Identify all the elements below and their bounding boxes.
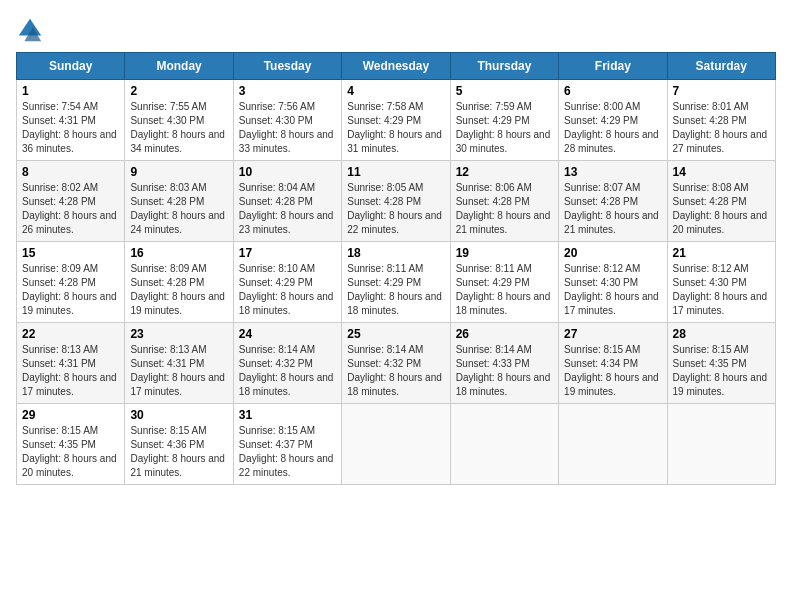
day-number: 28 (673, 327, 770, 341)
day-number: 14 (673, 165, 770, 179)
day-info: Sunrise: 7:56 AMSunset: 4:30 PMDaylight:… (239, 100, 336, 156)
day-number: 22 (22, 327, 119, 341)
day-number: 25 (347, 327, 444, 341)
day-info: Sunrise: 8:11 AMSunset: 4:29 PMDaylight:… (456, 262, 553, 318)
day-number: 27 (564, 327, 661, 341)
calendar-cell: 6Sunrise: 8:00 AMSunset: 4:29 PMDaylight… (559, 80, 667, 161)
weekday-header-wednesday: Wednesday (342, 53, 450, 80)
day-number: 20 (564, 246, 661, 260)
day-number: 21 (673, 246, 770, 260)
calendar-cell: 10Sunrise: 8:04 AMSunset: 4:28 PMDayligh… (233, 161, 341, 242)
calendar-cell: 5Sunrise: 7:59 AMSunset: 4:29 PMDaylight… (450, 80, 558, 161)
calendar-week-5: 29Sunrise: 8:15 AMSunset: 4:35 PMDayligh… (17, 404, 776, 485)
day-info: Sunrise: 8:09 AMSunset: 4:28 PMDaylight:… (130, 262, 227, 318)
day-info: Sunrise: 7:54 AMSunset: 4:31 PMDaylight:… (22, 100, 119, 156)
day-number: 7 (673, 84, 770, 98)
day-number: 3 (239, 84, 336, 98)
day-number: 10 (239, 165, 336, 179)
day-number: 9 (130, 165, 227, 179)
calendar-cell: 27Sunrise: 8:15 AMSunset: 4:34 PMDayligh… (559, 323, 667, 404)
day-info: Sunrise: 8:12 AMSunset: 4:30 PMDaylight:… (564, 262, 661, 318)
calendar-cell: 22Sunrise: 8:13 AMSunset: 4:31 PMDayligh… (17, 323, 125, 404)
day-info: Sunrise: 8:12 AMSunset: 4:30 PMDaylight:… (673, 262, 770, 318)
weekday-header-friday: Friday (559, 53, 667, 80)
day-info: Sunrise: 8:13 AMSunset: 4:31 PMDaylight:… (130, 343, 227, 399)
weekday-header-tuesday: Tuesday (233, 53, 341, 80)
day-info: Sunrise: 8:15 AMSunset: 4:35 PMDaylight:… (22, 424, 119, 480)
logo-icon (16, 16, 44, 44)
day-info: Sunrise: 7:58 AMSunset: 4:29 PMDaylight:… (347, 100, 444, 156)
day-info: Sunrise: 8:14 AMSunset: 4:32 PMDaylight:… (239, 343, 336, 399)
day-info: Sunrise: 8:05 AMSunset: 4:28 PMDaylight:… (347, 181, 444, 237)
day-info: Sunrise: 8:13 AMSunset: 4:31 PMDaylight:… (22, 343, 119, 399)
calendar-cell: 14Sunrise: 8:08 AMSunset: 4:28 PMDayligh… (667, 161, 775, 242)
calendar-cell: 3Sunrise: 7:56 AMSunset: 4:30 PMDaylight… (233, 80, 341, 161)
calendar-cell (559, 404, 667, 485)
day-info: Sunrise: 8:11 AMSunset: 4:29 PMDaylight:… (347, 262, 444, 318)
calendar-cell: 13Sunrise: 8:07 AMSunset: 4:28 PMDayligh… (559, 161, 667, 242)
day-info: Sunrise: 8:10 AMSunset: 4:29 PMDaylight:… (239, 262, 336, 318)
day-info: Sunrise: 8:15 AMSunset: 4:35 PMDaylight:… (673, 343, 770, 399)
calendar-cell: 9Sunrise: 8:03 AMSunset: 4:28 PMDaylight… (125, 161, 233, 242)
day-info: Sunrise: 7:59 AMSunset: 4:29 PMDaylight:… (456, 100, 553, 156)
weekday-header-monday: Monday (125, 53, 233, 80)
calendar-cell: 19Sunrise: 8:11 AMSunset: 4:29 PMDayligh… (450, 242, 558, 323)
calendar-cell: 1Sunrise: 7:54 AMSunset: 4:31 PMDaylight… (17, 80, 125, 161)
day-number: 24 (239, 327, 336, 341)
day-number: 2 (130, 84, 227, 98)
calendar-cell: 31Sunrise: 8:15 AMSunset: 4:37 PMDayligh… (233, 404, 341, 485)
day-info: Sunrise: 8:15 AMSunset: 4:36 PMDaylight:… (130, 424, 227, 480)
calendar-cell: 21Sunrise: 8:12 AMSunset: 4:30 PMDayligh… (667, 242, 775, 323)
day-number: 1 (22, 84, 119, 98)
calendar-week-3: 15Sunrise: 8:09 AMSunset: 4:28 PMDayligh… (17, 242, 776, 323)
calendar-cell: 24Sunrise: 8:14 AMSunset: 4:32 PMDayligh… (233, 323, 341, 404)
day-number: 13 (564, 165, 661, 179)
day-number: 31 (239, 408, 336, 422)
calendar-cell: 12Sunrise: 8:06 AMSunset: 4:28 PMDayligh… (450, 161, 558, 242)
day-number: 12 (456, 165, 553, 179)
day-info: Sunrise: 8:07 AMSunset: 4:28 PMDaylight:… (564, 181, 661, 237)
day-number: 16 (130, 246, 227, 260)
logo (16, 16, 48, 44)
day-info: Sunrise: 8:00 AMSunset: 4:29 PMDaylight:… (564, 100, 661, 156)
day-info: Sunrise: 8:15 AMSunset: 4:34 PMDaylight:… (564, 343, 661, 399)
day-number: 23 (130, 327, 227, 341)
calendar-cell (667, 404, 775, 485)
calendar-cell: 29Sunrise: 8:15 AMSunset: 4:35 PMDayligh… (17, 404, 125, 485)
day-number: 17 (239, 246, 336, 260)
calendar-cell: 26Sunrise: 8:14 AMSunset: 4:33 PMDayligh… (450, 323, 558, 404)
day-info: Sunrise: 8:09 AMSunset: 4:28 PMDaylight:… (22, 262, 119, 318)
page-header (16, 16, 776, 44)
day-info: Sunrise: 8:01 AMSunset: 4:28 PMDaylight:… (673, 100, 770, 156)
day-info: Sunrise: 7:55 AMSunset: 4:30 PMDaylight:… (130, 100, 227, 156)
calendar-cell: 25Sunrise: 8:14 AMSunset: 4:32 PMDayligh… (342, 323, 450, 404)
calendar-cell: 11Sunrise: 8:05 AMSunset: 4:28 PMDayligh… (342, 161, 450, 242)
day-info: Sunrise: 8:15 AMSunset: 4:37 PMDaylight:… (239, 424, 336, 480)
day-number: 11 (347, 165, 444, 179)
calendar-cell: 17Sunrise: 8:10 AMSunset: 4:29 PMDayligh… (233, 242, 341, 323)
calendar-week-1: 1Sunrise: 7:54 AMSunset: 4:31 PMDaylight… (17, 80, 776, 161)
day-info: Sunrise: 8:02 AMSunset: 4:28 PMDaylight:… (22, 181, 119, 237)
calendar-week-2: 8Sunrise: 8:02 AMSunset: 4:28 PMDaylight… (17, 161, 776, 242)
calendar-cell: 28Sunrise: 8:15 AMSunset: 4:35 PMDayligh… (667, 323, 775, 404)
calendar-week-4: 22Sunrise: 8:13 AMSunset: 4:31 PMDayligh… (17, 323, 776, 404)
day-number: 6 (564, 84, 661, 98)
calendar-cell: 2Sunrise: 7:55 AMSunset: 4:30 PMDaylight… (125, 80, 233, 161)
calendar-cell: 23Sunrise: 8:13 AMSunset: 4:31 PMDayligh… (125, 323, 233, 404)
calendar-cell: 15Sunrise: 8:09 AMSunset: 4:28 PMDayligh… (17, 242, 125, 323)
calendar-cell: 30Sunrise: 8:15 AMSunset: 4:36 PMDayligh… (125, 404, 233, 485)
day-number: 5 (456, 84, 553, 98)
day-info: Sunrise: 8:06 AMSunset: 4:28 PMDaylight:… (456, 181, 553, 237)
day-info: Sunrise: 8:04 AMSunset: 4:28 PMDaylight:… (239, 181, 336, 237)
day-info: Sunrise: 8:08 AMSunset: 4:28 PMDaylight:… (673, 181, 770, 237)
calendar-cell: 20Sunrise: 8:12 AMSunset: 4:30 PMDayligh… (559, 242, 667, 323)
day-number: 29 (22, 408, 119, 422)
day-info: Sunrise: 8:14 AMSunset: 4:32 PMDaylight:… (347, 343, 444, 399)
day-number: 19 (456, 246, 553, 260)
weekday-header-row: SundayMondayTuesdayWednesdayThursdayFrid… (17, 53, 776, 80)
day-number: 8 (22, 165, 119, 179)
day-info: Sunrise: 8:14 AMSunset: 4:33 PMDaylight:… (456, 343, 553, 399)
calendar-cell: 7Sunrise: 8:01 AMSunset: 4:28 PMDaylight… (667, 80, 775, 161)
calendar-cell: 8Sunrise: 8:02 AMSunset: 4:28 PMDaylight… (17, 161, 125, 242)
day-number: 15 (22, 246, 119, 260)
